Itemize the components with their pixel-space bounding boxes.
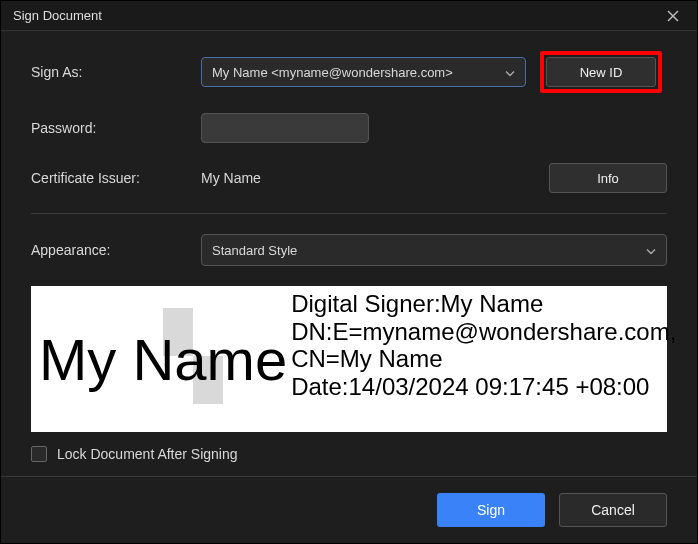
preview-signer: Digital Signer:My Name xyxy=(291,290,543,317)
sign-as-value: My Name <myname@wondershare.com> xyxy=(212,65,453,80)
cert-issuer-value: My Name xyxy=(201,170,549,186)
new-id-button[interactable]: New ID xyxy=(546,57,656,87)
preview-name: My Name xyxy=(39,326,287,393)
appearance-select[interactable]: Standard Style xyxy=(201,234,667,266)
appearance-row: Appearance: Standard Style xyxy=(31,234,667,266)
issuer-row: Certificate Issuer: My Name Info xyxy=(31,163,667,193)
preview-details: Digital Signer:My Name DN:E=myname@wonde… xyxy=(287,290,676,428)
new-id-highlight: New ID xyxy=(540,51,662,93)
preview-date: Date:14/03/2024 09:17:45 +08:00 xyxy=(291,373,649,400)
cancel-button[interactable]: Cancel xyxy=(559,493,667,527)
info-button[interactable]: Info xyxy=(549,163,667,193)
password-input[interactable] xyxy=(201,113,369,143)
chevron-down-icon xyxy=(505,65,515,80)
sign-button[interactable]: Sign xyxy=(437,493,545,527)
password-label: Password: xyxy=(31,120,201,136)
sign-as-row: Sign As: My Name <myname@wondershare.com… xyxy=(31,51,667,93)
preview-dn: DN:E=myname@wondershare.com, CN=My Name xyxy=(291,318,676,373)
cert-issuer-label: Certificate Issuer: xyxy=(31,170,201,186)
divider xyxy=(31,213,667,214)
preview-left: My Name xyxy=(39,290,287,428)
dialog-footer: Sign Cancel xyxy=(1,476,697,543)
signature-preview: My Name Digital Signer:My Name DN:E=myna… xyxy=(31,286,667,432)
sign-document-dialog: Sign Document Sign As: My Name <myname@w… xyxy=(0,0,698,544)
sign-as-select[interactable]: My Name <myname@wondershare.com> xyxy=(201,57,526,87)
appearance-value: Standard Style xyxy=(212,243,297,258)
sign-as-label: Sign As: xyxy=(31,64,201,80)
dialog-content: Sign As: My Name <myname@wondershare.com… xyxy=(1,31,697,476)
chevron-down-icon xyxy=(646,243,656,258)
lock-checkbox[interactable] xyxy=(31,446,47,462)
lock-label: Lock Document After Signing xyxy=(57,446,238,462)
password-row: Password: xyxy=(31,113,667,143)
titlebar: Sign Document xyxy=(1,1,697,31)
lock-row: Lock Document After Signing xyxy=(31,446,667,462)
dialog-title: Sign Document xyxy=(13,8,661,23)
appearance-label: Appearance: xyxy=(31,242,201,258)
close-icon[interactable] xyxy=(661,4,685,28)
